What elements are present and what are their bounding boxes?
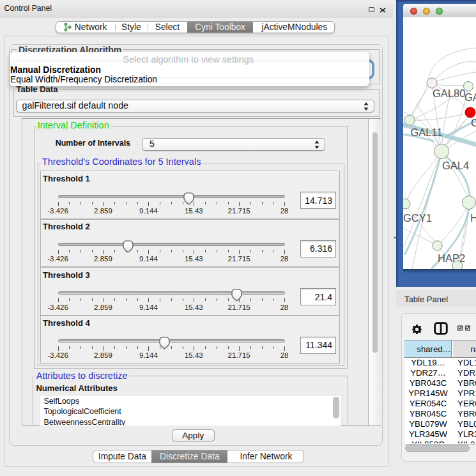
svg-text:GCY1: GCY1 bbox=[403, 212, 432, 224]
svg-text:GAL11: GAL11 bbox=[411, 127, 443, 138]
svg-text:H: H bbox=[470, 212, 476, 224]
svg-text:GA: GA bbox=[464, 91, 476, 103]
svg-text:GAL80: GAL80 bbox=[433, 88, 465, 99]
svg-text:C: C bbox=[471, 117, 476, 128]
svg-text:HAP2: HAP2 bbox=[438, 252, 465, 264]
svg-text:GAL4: GAL4 bbox=[442, 160, 469, 171]
